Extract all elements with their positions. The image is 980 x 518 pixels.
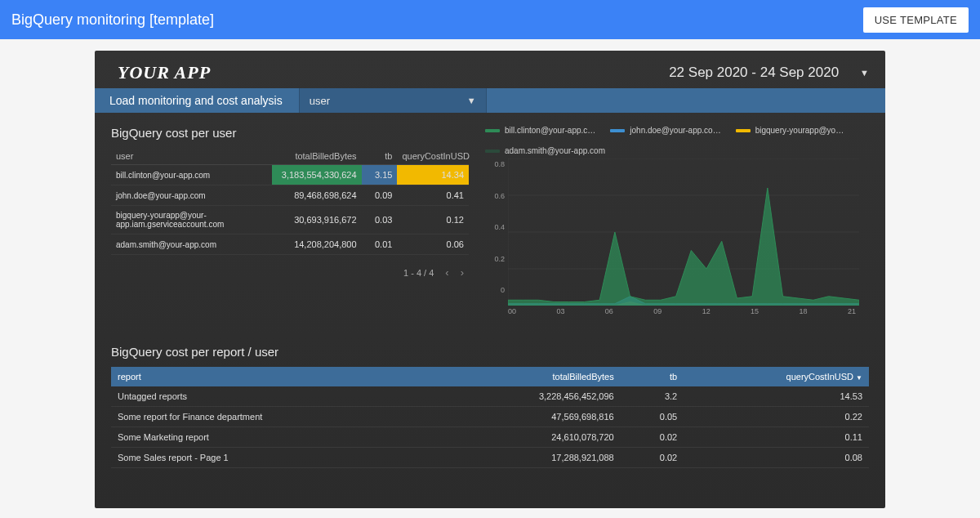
- x-tick: 21: [848, 307, 856, 315]
- cell-cost: 0.08: [684, 448, 869, 468]
- cell-user: adam.smith@your-app.com: [111, 234, 272, 255]
- table-row[interactable]: adam.smith@your-app.com14,208,204,8000.0…: [111, 234, 469, 255]
- cell-report: Some Sales report - Page 1: [111, 448, 438, 468]
- cell-bytes: 3,228,456,452,096: [438, 386, 620, 407]
- table-row[interactable]: bigquery-yourapp@your-app.iam.gserviceac…: [111, 206, 469, 234]
- col-tb[interactable]: tb: [621, 367, 684, 386]
- cell-user: bigquery-yourapp@your-app.iam.gserviceac…: [111, 206, 272, 234]
- cell-bytes: 17,288,921,088: [438, 448, 620, 468]
- cell-bytes: 47,569,698,816: [438, 407, 620, 427]
- col-cost[interactable]: queryCostInUSD: [397, 148, 469, 165]
- legend-item[interactable]: bill.clinton@your-app.c…: [485, 126, 595, 135]
- x-axis: 0003060912151821: [485, 306, 859, 315]
- cell-report: Untagged reports: [111, 386, 438, 407]
- cost-per-user-card: BigQuery cost per user user totalBilledB…: [111, 126, 469, 315]
- y-axis: 0.80.60.40.20: [485, 159, 508, 306]
- area-chart[interactable]: [508, 159, 859, 306]
- card-title: BigQuery cost per report / user: [111, 345, 869, 359]
- x-tick: 06: [605, 307, 613, 315]
- cell-tb: 0.02: [621, 427, 684, 448]
- legend-swatch: [610, 129, 625, 132]
- legend-item[interactable]: bigquery-yourapp@yo…: [736, 126, 844, 135]
- page-title: BigQuery monitoring [template]: [11, 11, 214, 29]
- legend-item[interactable]: john.doe@your-app.co…: [610, 126, 720, 135]
- cell-bytes: 30,693,916,672: [272, 206, 362, 234]
- cell-tb: 0.02: [621, 448, 684, 468]
- table-row[interactable]: Untagged reports3,228,456,452,0963.214.5…: [111, 386, 869, 407]
- cell-user: bill.clinton@your-app.com: [111, 165, 272, 185]
- cell-bytes: 14,208,204,800: [272, 234, 362, 255]
- table-row[interactable]: Some report for Finance department47,569…: [111, 407, 869, 427]
- prev-page-button[interactable]: ‹: [445, 266, 448, 279]
- cell-cost: 0.12: [397, 206, 469, 234]
- col-bytes[interactable]: totalBilledBytes: [272, 148, 362, 165]
- chart-area: 0.80.60.40.20: [485, 159, 869, 306]
- user-filter-label: user: [310, 95, 330, 107]
- dashboard: YOUR APP 22 Sep 2020 - 24 Sep 2020 ▼ Loa…: [95, 51, 885, 508]
- cost-per-user-table: user totalBilledBytes tb queryCostInUSD …: [111, 148, 469, 255]
- chart-series: [508, 188, 859, 306]
- cell-cost: 0.06: [397, 234, 469, 255]
- cell-cost: 0.11: [684, 427, 869, 448]
- col-user[interactable]: user: [111, 148, 272, 165]
- cell-bytes: 89,468,698,624: [272, 185, 362, 206]
- card-title: BigQuery cost per user: [111, 126, 469, 140]
- dashboard-body: BigQuery cost per user user totalBilledB…: [95, 113, 885, 476]
- subheader-bar: Load monitoring and cost analysis user ▼: [95, 88, 885, 113]
- x-tick: 12: [702, 307, 710, 315]
- x-tick: 15: [751, 307, 759, 315]
- col-report[interactable]: report: [111, 367, 438, 386]
- legend-label: bigquery-yourapp@yo…: [755, 126, 844, 135]
- col-cost[interactable]: queryCostInUSD▼: [684, 367, 869, 386]
- legend-swatch: [485, 150, 500, 153]
- cell-tb: 0.05: [621, 407, 684, 427]
- col-bytes[interactable]: totalBilledBytes: [438, 367, 620, 386]
- cell-cost: 14.53: [684, 386, 869, 407]
- y-tick: 0.2: [494, 255, 505, 263]
- x-tick: 09: [653, 307, 662, 315]
- legend-item[interactable]: adam.smith@your-app.com: [485, 146, 605, 155]
- cell-tb: 0.09: [362, 185, 398, 206]
- legend-label: bill.clinton@your-app.c…: [505, 126, 595, 135]
- cell-tb: 0.03: [362, 206, 398, 234]
- table-row[interactable]: john.doe@your-app.com89,468,698,6240.090…: [111, 185, 469, 206]
- use-template-button[interactable]: USE TEMPLATE: [863, 7, 969, 33]
- cell-tb: 3.2: [621, 386, 684, 407]
- row-1: BigQuery cost per user user totalBilledB…: [111, 126, 869, 315]
- cell-cost: 14.34: [397, 165, 469, 185]
- date-range-picker[interactable]: 22 Sep 2020 - 24 Sep 2020 ▼: [669, 65, 869, 81]
- next-page-button[interactable]: ›: [461, 266, 464, 279]
- legend-label: adam.smith@your-app.com: [505, 146, 605, 155]
- user-filter-dropdown[interactable]: user ▼: [299, 88, 487, 113]
- cell-cost: 0.22: [684, 407, 869, 427]
- table-row[interactable]: bill.clinton@your-app.com3,183,554,330,6…: [111, 165, 469, 185]
- y-tick: 0.4: [494, 223, 505, 231]
- table-header-row: report totalBilledBytes tb queryCostInUS…: [111, 367, 869, 386]
- y-tick: 0.8: [494, 160, 505, 168]
- cell-bytes: 24,610,078,720: [438, 427, 620, 448]
- table-row[interactable]: Some Marketing report24,610,078,7200.020…: [111, 427, 869, 448]
- table-row[interactable]: Some Sales report - Page 117,288,921,088…: [111, 448, 869, 468]
- chevron-down-icon: ▼: [467, 96, 476, 105]
- sort-desc-icon: ▼: [856, 374, 862, 382]
- col-tb[interactable]: tb: [362, 148, 398, 165]
- cell-cost: 0.41: [397, 185, 469, 206]
- table-pager: 1 - 4 / 4 ‹ ›: [111, 255, 469, 282]
- cell-tb: 3.15: [362, 165, 398, 185]
- legend-swatch: [485, 129, 500, 132]
- legend-swatch: [736, 129, 751, 132]
- cost-per-report-card: BigQuery cost per report / user report t…: [111, 345, 869, 468]
- chart-legend: bill.clinton@your-app.c…john.doe@your-ap…: [485, 126, 869, 155]
- cost-per-report-table: report totalBilledBytes tb queryCostInUS…: [111, 367, 869, 468]
- canvas: YOUR APP 22 Sep 2020 - 24 Sep 2020 ▼ Loa…: [0, 39, 980, 518]
- pager-text: 1 - 4 / 4: [403, 268, 434, 278]
- table-header-row: user totalBilledBytes tb queryCostInUSD: [111, 148, 469, 165]
- app-logo: YOUR APP: [118, 62, 211, 83]
- cell-user: john.doe@your-app.com: [111, 185, 272, 206]
- y-tick: 0.6: [494, 192, 505, 200]
- x-tick: 18: [800, 307, 808, 315]
- x-tick: 03: [556, 307, 564, 315]
- page-topbar: BigQuery monitoring [template] USE TEMPL…: [0, 0, 980, 39]
- dashboard-header: YOUR APP 22 Sep 2020 - 24 Sep 2020 ▼: [95, 51, 885, 88]
- date-range-text: 22 Sep 2020 - 24 Sep 2020: [669, 65, 839, 81]
